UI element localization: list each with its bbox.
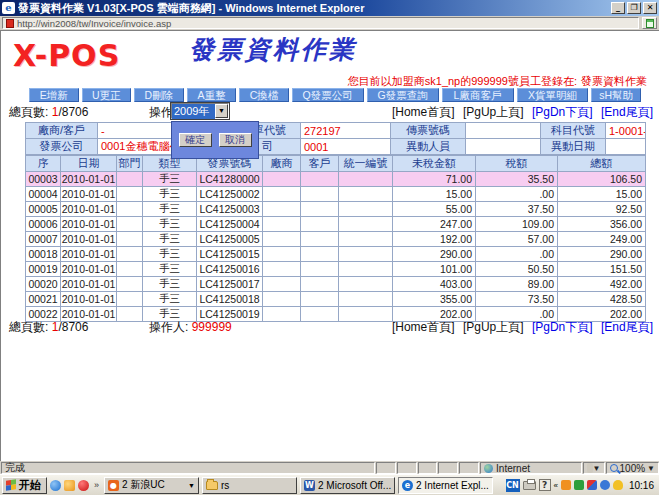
table-row[interactable]: 000042010-01-01手三LC4125000215.00.0015.00: [26, 187, 646, 202]
doc-code-field[interactable]: 272197: [301, 123, 391, 139]
table-cell: [301, 277, 339, 292]
invoice-form: 廠商/客戶 - 單代號 272197 傳票號碼 科目代號 1-0001- 發票公…: [25, 122, 646, 155]
table-row[interactable]: 000212010-01-01手三LC41250018355.0073.5042…: [26, 292, 646, 307]
table-cell: 2010-01-01: [61, 202, 117, 217]
table-row[interactable]: 000192010-01-01手三LC41250016101.0050.5015…: [26, 262, 646, 277]
title-bar: e 發票資料作業 V1.03[X-POS 雲端商務網] - Windows In…: [0, 0, 659, 16]
table-cell: 50.50: [476, 262, 558, 277]
restore-button[interactable]: ❐: [627, 2, 641, 14]
table-cell: 00004: [26, 187, 61, 202]
table-cell: [117, 232, 143, 247]
table-cell: [263, 202, 301, 217]
table-cell: 手三: [143, 202, 197, 217]
start-label: 开始: [19, 478, 41, 493]
vendor-customer-button[interactable]: L廠商客戶: [442, 88, 514, 102]
shipment-detail-button[interactable]: X貨單明細: [517, 88, 589, 102]
table-cell: 290.00: [558, 247, 646, 262]
table-cell: [301, 232, 339, 247]
start-button[interactable]: 开始: [2, 477, 47, 494]
printer-icon[interactable]: [523, 481, 536, 490]
table-cell: 00019: [26, 262, 61, 277]
uc-icon[interactable]: [64, 480, 75, 491]
table-row[interactable]: 000052010-01-01手三LC4125000355.0037.5092.…: [26, 202, 646, 217]
nav-pgup-bottom[interactable]: [PgUp上頁]: [463, 320, 524, 334]
nav-home-bottom[interactable]: [Home首頁]: [392, 320, 455, 334]
tray-app4-icon[interactable]: [600, 480, 610, 490]
table-cell: 2010-01-01: [61, 232, 117, 247]
table-cell: LC41280000: [197, 172, 263, 187]
nav-pgdn[interactable]: [PgDn下頁]: [532, 105, 593, 119]
messenger-icon[interactable]: [50, 480, 61, 491]
quick-launch-overflow-icon[interactable]: »: [94, 480, 99, 490]
chevron-down-icon: ▼: [492, 482, 493, 489]
task-sina-uc[interactable]: ● 2 新浪UC ▼: [104, 477, 199, 494]
modified-date-label: 異動日期: [541, 139, 606, 155]
account-code-field[interactable]: 1-0001-: [606, 123, 646, 139]
cancel-button[interactable]: 取消: [219, 133, 252, 147]
login-status-link[interactable]: 發票資料作業: [581, 75, 647, 87]
table-cell: LC41250016: [197, 262, 263, 277]
qq-icon[interactable]: [78, 480, 89, 491]
company-field[interactable]: 0001: [301, 139, 391, 155]
table-row[interactable]: 000072010-01-01手三LC41250005192.0057.0024…: [26, 232, 646, 247]
table-row[interactable]: 000032010-01-01手三LC4128000071.0035.50106…: [26, 172, 646, 187]
task-folder-rs[interactable]: rs: [202, 477, 297, 494]
folder-icon: [206, 481, 218, 490]
invoice-company-button[interactable]: Q發票公司: [292, 88, 364, 102]
update-button[interactable]: U更正: [82, 88, 132, 102]
tray-app2-icon[interactable]: [574, 480, 584, 490]
tray-expand-icon[interactable]: «: [554, 481, 558, 490]
table-row[interactable]: 000202010-01-01手三LC41250017403.0089.0049…: [26, 277, 646, 292]
table-cell: [339, 172, 393, 187]
language-indicator[interactable]: CN: [506, 479, 520, 492]
voucher-no-field[interactable]: [466, 123, 541, 139]
table-cell: [117, 202, 143, 217]
chevron-down-icon[interactable]: ▼: [215, 104, 228, 118]
tray-app3-icon[interactable]: [587, 480, 597, 490]
switch-file-button[interactable]: C換檔: [239, 88, 289, 102]
task-microsoft-office[interactable]: W 2 Microsoft Off... ▼: [300, 477, 395, 494]
year-select[interactable]: 2009年 ▼: [171, 103, 229, 119]
nav-end[interactable]: [End尾頁]: [601, 105, 653, 119]
table-row[interactable]: 000182010-01-01手三LC41250015290.00.00290.…: [26, 247, 646, 262]
help-button[interactable]: sH幫助: [591, 88, 641, 102]
table-cell: [263, 217, 301, 232]
table-row[interactable]: 000062010-01-01手三LC41250004247.00109.003…: [26, 217, 646, 232]
delete-button[interactable]: D刪除: [134, 88, 184, 102]
table-cell: 71.00: [393, 172, 476, 187]
address-field[interactable]: http://win2008/tw/Invoice/invoice.asp: [2, 17, 639, 29]
table-cell: [339, 277, 393, 292]
protected-mode-panel[interactable]: ▼: [583, 462, 605, 474]
window-title: 發票資料作業 V1.03[X-POS 雲端商務網] - Windows Inte…: [18, 1, 611, 16]
page-error-icon: [6, 19, 14, 28]
operator: 操作人: 999999: [149, 319, 232, 336]
refresh-button[interactable]: A重整: [187, 88, 237, 102]
page-nav: [Home首頁] [PgUp上頁] [PgDn下頁] [End尾頁]: [387, 104, 653, 121]
nav-home[interactable]: [Home首頁]: [392, 105, 455, 119]
nav-pgup[interactable]: [PgUp上頁]: [463, 105, 524, 119]
table-cell: [263, 187, 301, 202]
add-button[interactable]: E增新: [29, 88, 79, 102]
zoom-control[interactable]: 100% ▼: [606, 462, 659, 474]
table-cell: [117, 187, 143, 202]
ie-icon: e: [402, 480, 413, 491]
invoice-query-button[interactable]: G發票查詢: [367, 88, 439, 102]
go-button[interactable]: [642, 17, 657, 29]
table-cell: 2010-01-01: [61, 217, 117, 232]
modified-date-field[interactable]: [606, 139, 646, 155]
account-code-label: 科目代號: [541, 123, 606, 139]
table-cell: [339, 217, 393, 232]
page-nav-bottom: [Home首頁] [PgUp上頁] [PgDn下頁] [End尾頁]: [387, 319, 653, 336]
confirm-button[interactable]: 確定: [179, 133, 212, 147]
nav-end-bottom[interactable]: [End尾頁]: [601, 320, 653, 334]
minimize-button[interactable]: _: [611, 2, 625, 14]
modified-by-field[interactable]: [466, 139, 541, 155]
tray-app1-icon[interactable]: [561, 480, 571, 490]
nav-pgdn-bottom[interactable]: [PgDn下頁]: [532, 320, 593, 334]
help-tray-icon[interactable]: ?: [539, 479, 551, 491]
task-internet-explorer[interactable]: e 2 Internet Expl... ▼: [398, 477, 493, 494]
close-button[interactable]: ✕: [643, 2, 657, 14]
voucher-no-label: 傳票號碼: [391, 123, 466, 139]
table-cell: 492.00: [558, 277, 646, 292]
security-shield-icon[interactable]: [613, 480, 623, 490]
